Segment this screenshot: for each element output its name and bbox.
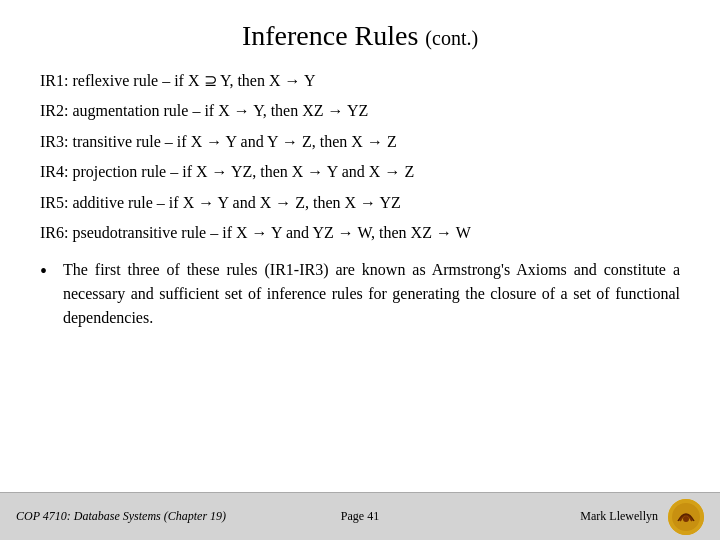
bullet-symbol: • — [40, 256, 47, 330]
title-main: Inference Rules — [242, 20, 418, 51]
slide-container: Inference Rules (cont.) IR1: reflexive r… — [0, 0, 720, 540]
university-logo — [668, 499, 704, 535]
footer: COP 4710: Database Systems (Chapter 19) … — [0, 492, 720, 540]
title-area: Inference Rules (cont.) — [40, 20, 680, 52]
rule-ir4: IR4: projection rule – if X → YZ, then X… — [40, 161, 680, 183]
footer-page: Page 41 — [245, 509, 474, 524]
rule-ir2: IR2: augmentation rule – if X → Y, then … — [40, 100, 680, 122]
svg-point-2 — [683, 516, 689, 522]
rule-ir5: IR5: additive rule – if X → Y and X → Z,… — [40, 192, 680, 214]
footer-course: COP 4710: Database Systems (Chapter 19) — [16, 509, 245, 524]
rule-ir6: IR6: pseudotransitive rule – if X → Y an… — [40, 222, 680, 244]
rule-ir3: IR3: transitive rule – if X → Y and Y → … — [40, 131, 680, 153]
bullet-section: • The first three of these rules (IR1-IR… — [40, 258, 680, 330]
footer-author-area: Mark Llewellyn — [475, 499, 704, 535]
rule-ir1: IR1: reflexive rule – if X ⊇ Y, then X →… — [40, 70, 680, 92]
title-subtitle: (cont.) — [425, 27, 478, 49]
slide-title: Inference Rules (cont.) — [242, 20, 478, 51]
footer-author: Mark Llewellyn — [580, 509, 658, 524]
bullet-text: The first three of these rules (IR1-IR3)… — [63, 258, 680, 330]
